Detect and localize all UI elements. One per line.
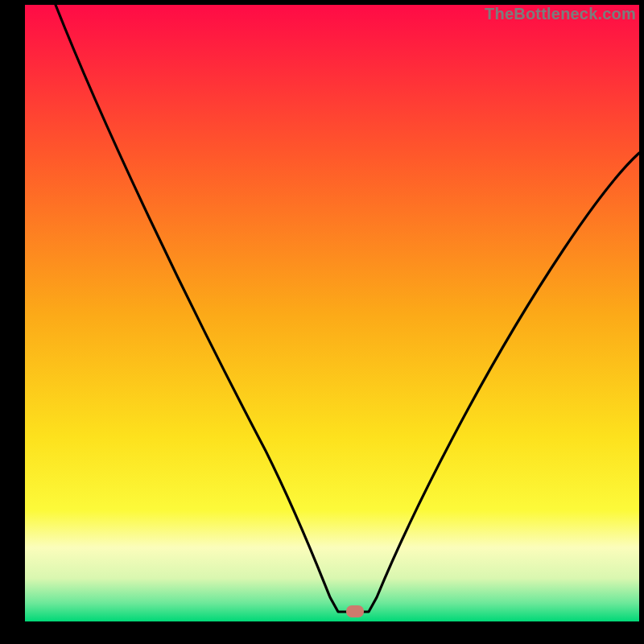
optimal-marker — [346, 605, 364, 617]
plot-area — [25, 5, 639, 621]
watermark-text: TheBottleneck.com — [485, 5, 636, 23]
chart-container: TheBottleneck.com — [0, 0, 644, 644]
chart-svg — [0, 0, 644, 644]
